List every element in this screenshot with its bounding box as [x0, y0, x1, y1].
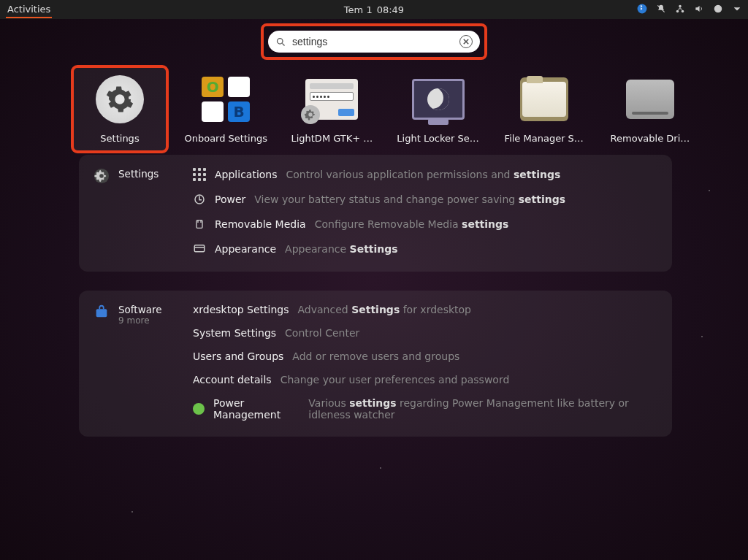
app-removable-drives[interactable]: Removable Dri… — [603, 67, 697, 151]
date-label: Tem 1 — [344, 4, 373, 15]
software-item-account-details[interactable]: Account details Change your user prefere… — [193, 374, 657, 386]
svg-rect-16 — [194, 245, 205, 252]
item-name: Power — [215, 193, 245, 205]
item-desc: Change your user preferences and passwor… — [280, 374, 510, 386]
onboard-settings-icon: O B — [199, 74, 252, 124]
software-results-section: Software 9 more xrdesktop Settings Advan… — [79, 291, 672, 437]
item-desc: Add or remove users and groups — [292, 350, 459, 362]
app-label: File Manager S… — [505, 133, 584, 144]
time-label: 08:49 — [377, 4, 404, 15]
svg-rect-13 — [196, 220, 202, 229]
light-locker-icon — [412, 74, 465, 124]
app-settings[interactable]: Settings — [73, 67, 167, 151]
volume-icon[interactable] — [694, 4, 704, 16]
green-dot-icon — [193, 402, 205, 415]
power-icon — [193, 193, 206, 206]
lightdm-icon — [305, 74, 358, 124]
item-name: xrdesktop Settings — [193, 304, 289, 315]
item-name: Applications — [215, 169, 278, 180]
section-title: Software — [118, 304, 162, 315]
app-onboard-settings[interactable]: O B Onboard Settings — [179, 67, 272, 151]
settings-item-applications[interactable]: Applications Control various application… — [193, 168, 657, 181]
svg-rect-18 — [96, 309, 107, 317]
item-desc: Configure Removable Media settings — [315, 218, 509, 230]
item-name: Account details — [193, 374, 272, 386]
search-field[interactable] — [268, 31, 480, 53]
item-name: Appearance — [215, 243, 276, 255]
removable-drive-icon — [624, 74, 676, 124]
item-desc: Advanced Settings for xrdesktop — [298, 304, 472, 315]
svg-point-3 — [682, 9, 684, 12]
settings-item-appearance[interactable]: Appearance Appearance Settings — [193, 242, 657, 256]
software-item-power-management[interactable]: Power Management Various settings regard… — [193, 397, 657, 421]
svg-line-8 — [282, 43, 284, 45]
network-icon[interactable] — [675, 4, 685, 16]
item-desc: Control various application permissions … — [286, 169, 561, 180]
applications-grid-icon — [193, 168, 206, 181]
app-label: Light Locker Se… — [397, 133, 478, 144]
item-desc: Control Center — [285, 327, 359, 339]
chevron-down-icon[interactable] — [732, 4, 742, 16]
appearance-icon — [193, 242, 206, 256]
item-name: Removable Media — [215, 218, 306, 230]
file-manager-icon — [518, 74, 570, 124]
item-name: System Settings — [193, 327, 276, 339]
settings-item-removable-media[interactable]: Removable Media Configure Removable Medi… — [193, 218, 657, 231]
app-light-locker[interactable]: Light Locker Se… — [392, 67, 485, 151]
svg-point-7 — [278, 38, 283, 44]
app-lightdm-gtk[interactable]: LightDM GTK+ … — [285, 67, 378, 151]
software-item-users-groups[interactable]: Users and Groups Add or remove users and… — [193, 350, 657, 362]
clear-search-button[interactable] — [459, 35, 473, 48]
app-label: Onboard Settings — [184, 133, 267, 144]
search-highlight-box — [261, 23, 487, 60]
software-item-xrdesktop[interactable]: xrdesktop Settings Advanced Settings for… — [193, 304, 657, 315]
bluetooth-icon[interactable] — [637, 4, 647, 16]
app-label: Settings — [100, 133, 139, 144]
activities-button[interactable]: Activities — [6, 1, 52, 18]
item-name: Power Management — [213, 397, 299, 421]
section-title: Settings — [118, 168, 159, 180]
settings-item-power[interactable]: Power View your battery status and chang… — [193, 193, 657, 206]
app-results-row: Settings O B Onboard Settings LightDM GT… — [73, 67, 697, 151]
item-desc: View your battery status and change powe… — [254, 193, 565, 205]
clock[interactable]: Tem 1 08:49 — [344, 4, 404, 15]
power-icon[interactable] — [713, 4, 723, 16]
item-desc: Various settings regarding Power Managem… — [308, 397, 657, 421]
item-name: Users and Groups — [193, 350, 283, 362]
close-icon — [463, 39, 469, 45]
section-subtitle[interactable]: 9 more — [118, 315, 162, 326]
app-label: Removable Dri… — [611, 133, 690, 144]
software-bag-icon — [94, 304, 110, 320]
svg-point-2 — [676, 9, 679, 12]
search-input[interactable] — [292, 36, 454, 47]
settings-gear-icon — [94, 168, 110, 184]
settings-icon — [94, 74, 146, 124]
search-icon — [275, 37, 286, 47]
removable-media-icon — [193, 218, 206, 231]
settings-results-section: Settings Applications Control various ap… — [79, 155, 672, 272]
notifications-muted-icon[interactable] — [656, 4, 666, 16]
app-file-manager-settings[interactable]: File Manager S… — [497, 67, 591, 151]
app-label: LightDM GTK+ … — [291, 133, 373, 144]
top-bar: Activities Tem 1 08:49 — [0, 0, 748, 19]
item-desc: Appearance Settings — [285, 243, 398, 255]
software-item-system-settings[interactable]: System Settings Control Center — [193, 327, 657, 339]
